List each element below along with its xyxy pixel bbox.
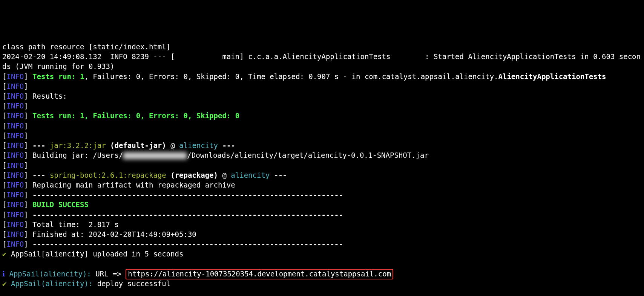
- at: @: [218, 171, 231, 179]
- at: @: [166, 141, 179, 150]
- deploy-ok: deploy successful: [93, 279, 170, 288]
- redacted-user: [123, 152, 187, 159]
- info-tag: INFO: [6, 171, 24, 179]
- url-label: URL =>: [91, 270, 126, 278]
- hr: ----------------------------------------…: [28, 191, 343, 199]
- deploy-url[interactable]: https://aliencity-10073520354.developmen…: [126, 269, 393, 279]
- info-tag: INFO: [6, 220, 24, 229]
- terminal-output: class path resource [static/index.html] …: [2, 42, 642, 296]
- check-icon: ✔: [2, 279, 6, 288]
- info-tag: INFO: [6, 92, 24, 100]
- info-tag: INFO: [6, 161, 24, 169]
- appsail-tag: AppSail(aliencity):: [5, 270, 91, 278]
- upload-line: AppSail[aliencity] uploaded in 5 seconds: [6, 250, 183, 258]
- info-tag: INFO: [6, 122, 24, 130]
- hr: ----------------------------------------…: [28, 211, 343, 219]
- results-label: Results:: [28, 92, 67, 100]
- build-jar-path-pre: Building jar: /Users/: [28, 151, 123, 159]
- build-success: BUILD SUCCESS: [28, 200, 89, 209]
- plugin-dash: ---: [28, 141, 50, 150]
- info-tag: INFO: [6, 230, 24, 238]
- plugin-dash-end: ---: [270, 171, 287, 179]
- jar-goal: (default-jar): [106, 141, 166, 150]
- jar-plugin: jar:3.2.2:jar: [50, 141, 106, 150]
- build-jar-path-post: /Downloads/aliencity/target/aliencity-0.…: [187, 151, 429, 159]
- finished-at: Finished at: 2024-02-20T14:49:09+05:30: [28, 230, 196, 238]
- info-tag: INFO: [6, 72, 24, 81]
- replace-line: Replacing main artifact with repackaged …: [28, 181, 235, 189]
- project-name: aliencity: [231, 171, 270, 179]
- tests-summary: Tests run: 1, Failures: 0, Errors: 0, Sk…: [28, 111, 240, 120]
- info-tag: INFO: [6, 141, 24, 150]
- info-tag: INFO: [6, 111, 24, 120]
- info-tag: INFO: [6, 181, 24, 189]
- log-line: 2024-02-20 14:49:08.132 INFO 8239 --- [ …: [2, 52, 641, 70]
- plugin-dash: ---: [28, 171, 50, 179]
- info-tag: INFO: [6, 200, 24, 209]
- log-line: class path resource [static/index.html]: [2, 43, 170, 51]
- project-name: aliencity: [179, 141, 218, 150]
- info-tag: INFO: [6, 102, 24, 110]
- tests-detail: , Failures: 0, Errors: 0, Skipped: 0, Ti…: [84, 72, 498, 81]
- total-time: Total time: 2.817 s: [28, 220, 119, 229]
- hr: ----------------------------------------…: [28, 240, 343, 248]
- info-tag: INFO: [6, 211, 24, 219]
- spring-goal: (repackage): [166, 171, 218, 179]
- plugin-dash-end: ---: [218, 141, 235, 150]
- info-tag: INFO: [6, 240, 24, 248]
- info-icon: ℹ: [2, 270, 5, 278]
- info-tag: INFO: [6, 151, 24, 159]
- check-icon: ✔: [2, 250, 6, 258]
- appsail-tag: AppSail(aliencity):: [6, 279, 93, 288]
- tests-class: AliencityApplicationTests: [498, 72, 606, 81]
- info-tag: INFO: [6, 82, 24, 90]
- spring-plugin: spring-boot:2.6.1:repackage: [50, 171, 166, 179]
- info-tag: INFO: [6, 191, 24, 199]
- tests-run: Tests run: 1: [28, 72, 84, 81]
- info-tag: INFO: [6, 131, 24, 140]
